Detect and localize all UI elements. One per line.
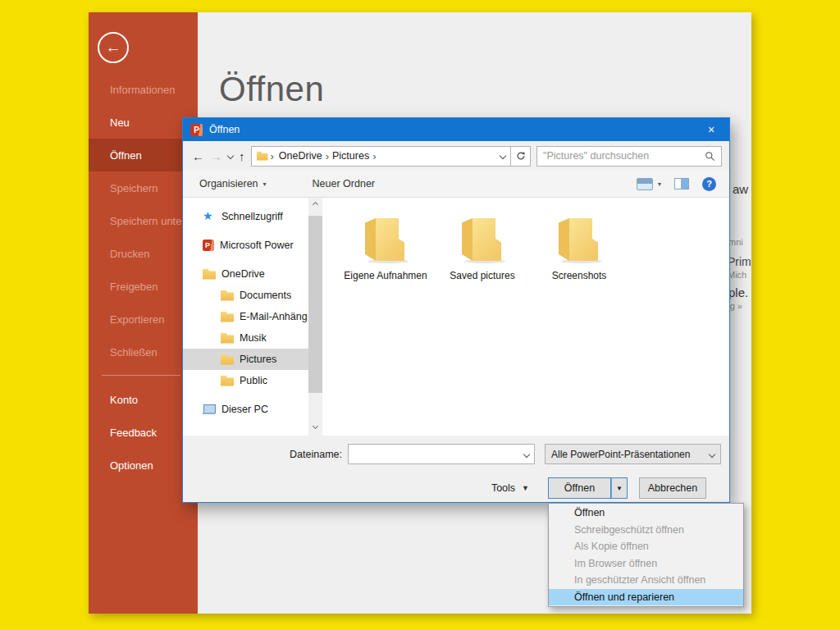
breadcrumb: OneDrive › Pictures › <box>276 150 377 162</box>
address-folder-icon <box>257 151 268 162</box>
page-title: Öffnen <box>219 70 324 109</box>
crumb-separator-icon: › <box>270 150 275 162</box>
folder-tile[interactable]: Saved pictures <box>441 213 524 284</box>
dialog-content: Schnellzugriff Microsoft Power OneDrive … <box>183 198 729 436</box>
breadcrumb-segment[interactable]: OneDrive › <box>276 150 330 162</box>
dialog-footer: Dateiname: Alle PowerPoint-Präsentatione… <box>183 436 729 502</box>
search-icon <box>705 151 715 162</box>
tree-item[interactable]: E-Mail-Anhäng <box>183 306 308 327</box>
clipped-text-fragment: ple. <box>728 285 748 299</box>
tree-item-icon <box>221 375 234 387</box>
powerpoint-window: ← Informationen Neu Öffnen Speichern Spe… <box>89 12 751 614</box>
refresh-icon <box>516 151 526 161</box>
tree-item[interactable]: OneDrive <box>183 263 308 285</box>
nav-back-icon[interactable]: ← <box>192 150 204 162</box>
tree-item-icon <box>203 268 216 281</box>
tree-scrollbar[interactable] <box>308 198 322 436</box>
open-split-arrow-button[interactable]: ▼ <box>611 477 628 499</box>
dialog-titlebar[interactable]: P Öffnen × <box>183 118 729 141</box>
tree-item-icon <box>221 311 234 323</box>
menu-item[interactable]: Im Browser öffnen <box>549 555 743 573</box>
tree-item[interactable]: Documents <box>183 285 308 306</box>
tree-item-icon <box>203 240 214 251</box>
folder-icon <box>355 213 416 264</box>
nav-forward-icon[interactable]: → <box>210 150 222 162</box>
breadcrumb-segment[interactable]: Pictures › <box>330 150 377 162</box>
folder-icon <box>452 213 513 264</box>
menu-item[interactable]: Als Kopie öffnen <box>549 538 743 555</box>
dialog-title: Öffnen <box>209 124 693 135</box>
clipped-text-fragment: Prim <box>728 255 751 268</box>
clipped-text-fragment: Mich <box>728 270 746 280</box>
open-dialog: P Öffnen × ← → ↑ › OneDrive › Pictures <box>182 117 730 503</box>
tree-item[interactable]: Pictures <box>183 349 308 370</box>
tree-item-icon <box>221 332 234 345</box>
back-button[interactable]: ← <box>98 32 129 63</box>
filename-input[interactable] <box>354 449 524 460</box>
tree-item[interactable]: Public <box>183 370 308 391</box>
tools-menu-button[interactable]: Tools ▼ <box>491 482 529 494</box>
tree-item-icon <box>203 211 216 223</box>
clipped-text-fragment: aw <box>733 182 748 196</box>
nav-up-icon[interactable]: ↑ <box>239 150 245 162</box>
tree-item-icon <box>221 354 234 366</box>
filename-combobox[interactable] <box>348 444 535 464</box>
back-arrow-icon: ← <box>106 39 121 57</box>
menu-item[interactable]: Öffnen und reparieren <box>549 589 743 606</box>
thumbnail-view-icon <box>637 178 653 190</box>
file-type-chevron-icon <box>709 450 715 457</box>
scroll-down-icon[interactable] <box>308 419 322 432</box>
address-bar[interactable]: › OneDrive › Pictures › <box>251 146 512 167</box>
nav-history-chevron-icon[interactable] <box>227 153 234 159</box>
scroll-up-icon[interactable] <box>308 198 322 211</box>
navigation-tree: Schnellzugriff Microsoft Power OneDrive … <box>183 198 308 436</box>
file-type-dropdown[interactable]: Alle PowerPoint-Präsentationen <box>545 444 721 464</box>
preview-pane-icon[interactable] <box>674 178 689 189</box>
folder-icon <box>549 213 609 264</box>
organize-dropdown-icon: ▾ <box>263 180 267 188</box>
buttons-row: Tools ▼ Öffnen ▼ Abbrechen <box>183 477 729 499</box>
folder-tile[interactable]: Screenshots <box>537 213 621 284</box>
scrollbar-thumb[interactable] <box>308 216 322 393</box>
dialog-navigation-row: ← → ↑ › OneDrive › Pictures › <box>183 141 729 171</box>
open-button[interactable]: Öffnen <box>548 477 611 499</box>
folder-tile[interactable]: Eigene Aufnahmen <box>344 213 427 284</box>
crumb-separator-icon: › <box>372 150 377 162</box>
tree-item[interactable]: Musik <box>183 327 308 349</box>
search-box[interactable] <box>536 146 722 167</box>
close-icon[interactable]: × <box>693 118 729 141</box>
tools-dropdown-icon: ▼ <box>522 484 529 492</box>
tree-item[interactable]: Microsoft Power <box>183 235 308 256</box>
file-list: Eigene Aufnahmen <box>322 198 729 436</box>
sidebar-divider <box>102 375 180 376</box>
open-options-menu: Öffnen Schreibgeschützt öffnen Als Kopie… <box>548 503 744 607</box>
sidebar-item[interactable]: Informationen <box>89 73 198 106</box>
menu-item[interactable]: In geschützter Ansicht öffnen <box>549 572 743 589</box>
filename-row: Dateiname: Alle PowerPoint-Präsentatione… <box>183 444 729 464</box>
menu-item[interactable]: Öffnen <box>549 504 743 522</box>
cancel-button[interactable]: Abbrechen <box>639 477 706 499</box>
search-input[interactable] <box>543 150 705 162</box>
menu-item[interactable]: Schreibgeschützt öffnen <box>549 522 743 539</box>
help-icon[interactable]: ? <box>702 177 716 191</box>
dialog-toolbar: Organisieren ▾ Neuer Ordner ▾ ? <box>183 171 729 198</box>
filename-dropdown-chevron-icon[interactable] <box>523 450 530 457</box>
refresh-button[interactable] <box>511 146 531 167</box>
tree-item[interactable]: Schnellzugriff <box>183 206 308 227</box>
powerpoint-icon: P <box>190 124 203 136</box>
tree-item-icon <box>221 290 234 302</box>
view-mode-button[interactable]: ▾ <box>637 178 661 190</box>
view-dropdown-icon: ▾ <box>658 180 661 188</box>
organize-menu-button[interactable]: Organisieren ▾ <box>199 178 267 189</box>
tree-item[interactable]: Dieser PC <box>183 399 308 420</box>
filename-label: Dateiname: <box>290 449 342 460</box>
new-folder-button[interactable]: Neuer Ordner <box>313 178 375 189</box>
address-dropdown-chevron-icon[interactable] <box>500 153 506 159</box>
tree-item-icon <box>203 404 216 416</box>
clipped-text-fragment: mni <box>728 237 743 247</box>
